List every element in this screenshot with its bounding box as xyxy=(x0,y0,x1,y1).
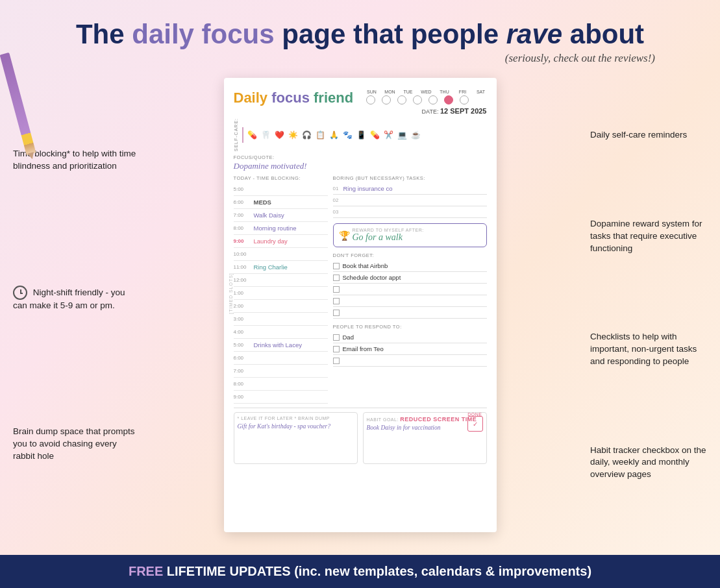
checkbox-3[interactable] xyxy=(333,286,340,293)
planner-wrapper: Daily focus friend SUN MON TUE WED THU F… xyxy=(143,71,577,552)
done-badge: DONE ✓ xyxy=(467,416,483,432)
dont-forget-4 xyxy=(333,295,487,307)
sc-icon-2: 🦷 xyxy=(260,129,272,141)
days-section: SUN MON TUE WED THU FRI SAT xyxy=(366,90,487,104)
day-wed[interactable] xyxy=(413,95,422,104)
footer-text: LIFETIME UPDATES (inc. new templates, ca… xyxy=(163,564,591,578)
dont-forget-section: DON'T FORGET: Book that Airbnb Schedule … xyxy=(333,252,487,319)
sc-icon-10: 💊 xyxy=(369,129,381,141)
boring-task-3: 03 xyxy=(333,206,487,218)
time-slot-5am: 5:00 xyxy=(234,183,328,196)
people-2: Email from Teo xyxy=(333,343,487,355)
checkbox-p3[interactable] xyxy=(333,358,340,364)
habit-label: HABIT GOAL: Reduced screen time xyxy=(367,416,483,423)
selfcare-section: SELF-CARE: 💊 🦷 ❤️ ☀️ 🎧 📋 🙏 🐾 📱 xyxy=(234,118,487,151)
night-shift-annotation: Night-shift friendly - you can make it 5… xyxy=(13,286,136,312)
dont-forget-2: Schedule doctor appt xyxy=(333,272,487,284)
time-slot-8am: 8:00Morning routine xyxy=(234,222,328,235)
dopamine-annotation: Dopamine reward system for tasks that re… xyxy=(590,218,707,255)
days-row: SUN MON TUE WED THU FRI SAT xyxy=(366,90,487,94)
focus-quote-section: FOCUS/QUOTE: Dopamine motivated! xyxy=(234,154,487,171)
day-tue[interactable] xyxy=(397,95,406,104)
checkbox-5[interactable] xyxy=(333,310,340,316)
time-slot-6pm: 6:00 xyxy=(234,352,328,365)
habit-goal: Reduced screen time xyxy=(400,416,477,423)
time-slot-7pm: 7:00 xyxy=(234,365,328,378)
clock-icon xyxy=(13,286,27,300)
day-mon[interactable] xyxy=(382,95,391,104)
boring-task-1: 01 Ring insurance co xyxy=(333,183,487,195)
sc-icon-6: 📋 xyxy=(315,129,327,141)
sc-icon-5: 🎧 xyxy=(301,129,313,141)
dont-forget-3 xyxy=(333,284,487,295)
focus-quote-label: FOCUS/QUOTE: xyxy=(234,154,487,160)
people-3 xyxy=(333,355,487,367)
checkbox-4[interactable] xyxy=(333,298,340,304)
page-header: The daily focus page that people rave ab… xyxy=(0,0,720,71)
reward-icon: 🏆 xyxy=(339,230,350,241)
time-slot-9am: 9:00Laundry day xyxy=(234,235,328,248)
boring-tasks-label: BORING (BUT NECESSARY) TASKS: xyxy=(333,175,487,181)
reward-value: Go for a walk xyxy=(353,232,424,243)
self-care-annotation-text: Daily self-care reminders xyxy=(590,130,687,140)
timed-slots-label: [TIMED SLOTS] xyxy=(229,273,233,315)
boring-task-2: 02 xyxy=(333,195,487,206)
checkbox-dad[interactable] xyxy=(333,334,340,341)
time-slot-9pm: 9:00 xyxy=(234,391,328,404)
time-slot-3pm: 3:00 xyxy=(234,313,328,326)
brain-dump-annotation-text: Brain dump space that prompts you to avo… xyxy=(13,426,135,461)
checklists-annotation-text: Checklists to help with important, non-u… xyxy=(590,332,697,366)
right-annotations: Daily self-care reminders Dopamine rewar… xyxy=(577,71,707,552)
checkbox-2[interactable] xyxy=(333,275,340,281)
time-slot-11am: 11:00Ring Charlie xyxy=(234,261,328,274)
time-slots-container: [TIMED SLOTS] 5:00 6:00MEDS 7:00Walk Dai… xyxy=(234,183,328,404)
time-slot-7am: 7:00Walk Daisy xyxy=(234,209,328,222)
date-label: DATE: xyxy=(422,108,439,115)
sc-icon-7: 🙏 xyxy=(329,129,340,141)
selfcare-icons: 💊 🦷 ❤️ ☀️ 🎧 📋 🙏 🐾 📱 💊 ✂️ 💻 xyxy=(247,127,422,143)
self-care-annotation: Daily self-care reminders xyxy=(590,129,707,141)
time-slot-1pm: 1:00 xyxy=(234,287,328,300)
time-slot-5pm: 5:00Drinks with Lacey xyxy=(234,339,328,352)
time-slot-12pm: 12:00 xyxy=(234,274,328,287)
checkbox-teo[interactable] xyxy=(333,346,340,352)
time-block-column: TODAY - TIME BLOCKING: [TIMED SLOTS] 5:0… xyxy=(234,175,328,404)
right-column: BORING (BUT NECESSARY) TASKS: 01 Ring in… xyxy=(333,175,487,404)
boring-tasks-section: BORING (BUT NECESSARY) TASKS: 01 Ring in… xyxy=(333,175,487,218)
subtitle: (seriously, check out the reviews!) xyxy=(26,52,694,65)
checkbox-1[interactable] xyxy=(333,263,340,269)
brain-dump-label: * LEAVE IT FOR LATER * BRAIN DUMP xyxy=(238,416,354,421)
people-section: PEOPLE TO RESPOND TO: Dad Email from Teo xyxy=(333,324,487,367)
day-sat[interactable] xyxy=(460,95,469,104)
sc-icon-12: 💻 xyxy=(397,129,408,141)
done-checkmark: ✓ xyxy=(473,421,478,428)
habit-tracker-annotation: Habit tracker checkbox on the daily, wee… xyxy=(590,445,707,482)
page-title: The daily focus page that people rave ab… xyxy=(26,19,694,49)
sc-icon-4: ☀️ xyxy=(288,129,299,141)
date-section: DATE: 12 SEPT 2025 xyxy=(366,107,487,115)
people-1: Dad xyxy=(333,332,487,343)
day-thu[interactable] xyxy=(428,95,438,104)
brain-dump-section: * LEAVE IT FOR LATER * BRAIN DUMP Gift f… xyxy=(234,412,358,464)
night-shift-annotation-text: Night-shift friendly - you can make it 5… xyxy=(13,288,125,310)
sc-icon-3: ❤️ xyxy=(274,129,286,141)
focus-quote-value: Dopamine motivated! xyxy=(234,161,487,171)
dont-forget-1: Book that Airbnb xyxy=(333,260,487,272)
habit-text: Book Daisy in for vaccination xyxy=(367,424,483,432)
checklists-annotation: Checklists to help with important, non-u… xyxy=(590,331,707,368)
dont-forget-label: DON'T FORGET: xyxy=(333,252,487,258)
reward-box: 🏆 REWARD TO MYSELF AFTER: Go for a walk xyxy=(333,223,487,247)
time-slot-10am: 10:00 xyxy=(234,248,328,261)
day-fri[interactable] xyxy=(444,95,453,104)
day-sun[interactable] xyxy=(366,95,375,104)
footer: FREE LIFETIME UPDATES (inc. new template… xyxy=(0,555,720,588)
done-label: DONE xyxy=(467,412,482,417)
brain-dump-annotation: Brain dump space that prompts you to avo… xyxy=(13,426,136,463)
footer-free: FREE xyxy=(129,564,163,578)
time-slot-2pm: 2:00 xyxy=(234,300,328,313)
reward-label: REWARD TO MYSELF AFTER: xyxy=(353,228,424,232)
time-slot-8pm: 8:00 xyxy=(234,378,328,391)
sc-icon-8: 🐾 xyxy=(342,129,354,141)
planner-body: TODAY - TIME BLOCKING: [TIMED SLOTS] 5:0… xyxy=(234,175,487,404)
sc-icon-13: ☕ xyxy=(410,129,422,141)
